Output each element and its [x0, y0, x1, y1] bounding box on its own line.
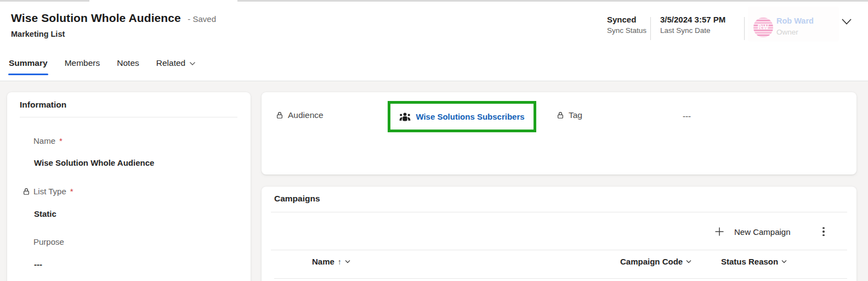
tab-summary[interactable]: Summary	[8, 57, 48, 77]
form-body: Information Name* Wise Solution Whole Au…	[0, 81, 868, 281]
tab-bar: Summary Members Notes Related	[8, 57, 196, 77]
record-header: Wise Solution Whole Audience - Saved Mar…	[0, 2, 868, 81]
audience-section: Audience Wise Solutions Subscribers Tag	[262, 92, 856, 175]
owner-field[interactable]: RW Rob Ward Owner	[748, 7, 839, 42]
name-field-label: Name*	[33, 136, 63, 145]
list-type-field-value: Static	[34, 209, 56, 218]
tab-summary-label: Summary	[9, 58, 48, 68]
column-label: Status Reason	[721, 257, 778, 266]
owner-name: Rob Ward	[776, 16, 814, 25]
new-campaign-button[interactable]: New Campaign	[710, 223, 795, 240]
sync-status-label: Sync Status	[607, 26, 646, 35]
column-label: Campaign Code	[620, 257, 683, 266]
chevron-down-icon	[841, 18, 852, 25]
chevron-down-icon	[686, 260, 691, 263]
field-label-text: Name	[33, 136, 55, 145]
audience-value-highlight[interactable]: Wise Solutions Subscribers	[388, 101, 536, 132]
sync-status-field: Synced Sync Status	[607, 15, 646, 35]
audience-field-label: Audience	[276, 110, 324, 120]
column-header-status-reason[interactable]: Status Reason	[721, 257, 787, 266]
avatar[interactable]: RW	[753, 18, 773, 37]
column-header-name[interactable]: Name ↑	[312, 257, 350, 266]
header-collapse-button[interactable]	[841, 18, 852, 25]
sort-ascending-icon: ↑	[338, 257, 342, 266]
information-section: Information Name* Wise Solution Whole Au…	[7, 92, 251, 281]
lock-icon	[557, 111, 564, 119]
people-team-icon	[399, 112, 411, 121]
title-row: Wise Solution Whole Audience - Saved	[11, 12, 216, 25]
campaigns-heading: Campaigns	[274, 194, 320, 204]
save-status: - Saved	[188, 14, 216, 24]
campaigns-section: Campaigns New Campaign Name ↑ Campaign C…	[262, 187, 856, 281]
divider	[271, 250, 847, 250]
tab-related[interactable]: Related	[156, 57, 196, 77]
divider	[274, 278, 847, 279]
last-sync-value: 3/5/2024 3:57 PM	[660, 15, 725, 24]
information-heading: Information	[20, 100, 66, 110]
divider	[271, 212, 847, 212]
lock-icon	[22, 188, 30, 195]
chevron-down-icon	[345, 260, 350, 263]
tab-notes-label: Notes	[117, 58, 139, 68]
divider	[650, 17, 651, 40]
chevron-down-icon	[189, 61, 196, 66]
tag-field-value[interactable]: ---	[683, 111, 691, 121]
field-label-text: Audience	[288, 110, 324, 120]
last-sync-label: Last Sync Date	[660, 26, 725, 35]
tab-members-label: Members	[65, 58, 100, 68]
more-vertical-icon	[822, 227, 825, 229]
list-type-field-label: List Type*	[22, 187, 73, 196]
entity-type-label: Marketing List	[11, 30, 65, 38]
purpose-field-label: Purpose	[33, 237, 64, 246]
tab-notes[interactable]: Notes	[116, 57, 140, 77]
divider	[744, 17, 745, 40]
tag-field-label: Tag	[557, 110, 582, 120]
page-title: Wise Solution Whole Audience	[11, 12, 181, 24]
plus-icon	[714, 227, 724, 237]
field-label-text: Tag	[569, 110, 582, 120]
chevron-down-icon	[781, 260, 787, 263]
lock-icon	[276, 111, 283, 119]
audience-value-link[interactable]: Wise Solutions Subscribers	[416, 112, 524, 121]
name-field-value[interactable]: Wise Solution Whole Audience	[34, 158, 154, 167]
required-asterisk: *	[70, 187, 73, 196]
last-sync-field: 3/5/2024 3:57 PM Last Sync Date	[660, 15, 725, 35]
sync-status-value: Synced	[607, 15, 646, 24]
column-header-campaign-code[interactable]: Campaign Code	[620, 257, 691, 266]
divider	[20, 117, 237, 117]
tab-related-label: Related	[156, 58, 185, 68]
tab-members[interactable]: Members	[64, 57, 101, 77]
column-label: Name	[312, 257, 334, 266]
field-label-text: Purpose	[33, 237, 64, 246]
required-asterisk: *	[59, 136, 63, 145]
purpose-field-value[interactable]: ---	[34, 260, 42, 269]
owner-role-label: Owner	[776, 28, 798, 36]
more-commands-button[interactable]	[818, 224, 830, 239]
new-campaign-label: New Campaign	[734, 227, 791, 237]
field-label-text: List Type	[33, 187, 66, 196]
